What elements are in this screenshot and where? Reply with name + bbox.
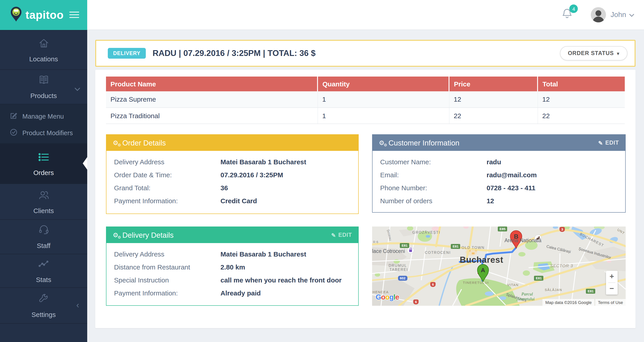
sidebar-item-locations[interactable]: Locations bbox=[0, 30, 87, 69]
zoom-out-button[interactable]: − bbox=[606, 283, 618, 294]
delivery-map[interactable]: B A GROZĂVEȘTIlace CotroceniCOTROCENIOLD… bbox=[372, 226, 626, 306]
detail-row: Distance from Restaurant2.80 km bbox=[106, 260, 358, 273]
table-row: Pizza Traditional 1 22 22 bbox=[106, 107, 625, 124]
detail-row: Customer Name:radu bbox=[372, 155, 625, 168]
gears-icon: ⚙⚙ bbox=[379, 140, 384, 146]
panel-title: Order Details bbox=[122, 139, 166, 147]
map-label: COTROCENI bbox=[425, 251, 451, 255]
map-label: SECTOR 3 bbox=[550, 263, 573, 268]
logo[interactable]: tapitoo bbox=[0, 0, 87, 30]
customer-information-header: ⚙⚙ Customer Information ✎ EDIT bbox=[372, 135, 625, 151]
order-details-panel: ⚙⚙ Order Details Delivery AddressMatei B… bbox=[106, 134, 359, 214]
app-root: tapitoo Locations Products bbox=[0, 0, 644, 342]
sidebar-item-settings[interactable]: Settings ‹ bbox=[0, 287, 87, 323]
detail-row: Delivery AddressMatei Basarab 1 Buchares… bbox=[106, 247, 358, 260]
hamburger-menu-icon[interactable] bbox=[69, 12, 79, 20]
map-label: UNT bbox=[616, 228, 626, 235]
map-label: TINERETULUI bbox=[463, 281, 489, 285]
sidebar-item-label: Staff bbox=[37, 242, 50, 249]
menu-book-icon bbox=[38, 74, 50, 88]
route-shield: 3 bbox=[560, 227, 565, 232]
customer-information-panel: ⚙⚙ Customer Information ✎ EDIT Customer … bbox=[372, 134, 626, 213]
detail-row: Email:radu@mail.com bbox=[372, 168, 625, 181]
sidebar-item-orders[interactable]: Orders bbox=[0, 143, 87, 184]
sidebar-item-label: Products bbox=[30, 92, 57, 99]
google-logo-letter: o bbox=[385, 293, 389, 301]
map-data-credit: Map data ©2016 Google bbox=[543, 299, 594, 306]
map-label: DRUMUL bbox=[389, 264, 407, 268]
active-item-notch bbox=[83, 157, 87, 170]
logo-text: tapitoo bbox=[26, 9, 64, 22]
map-label: Parcul bbox=[522, 292, 533, 296]
map-label: SĂLĂJAN bbox=[545, 288, 562, 292]
gears-icon: ⚙⚙ bbox=[113, 232, 118, 238]
route-shield: E81 bbox=[534, 276, 544, 281]
detail-row: Special Instructioncall me when you reac… bbox=[106, 273, 358, 286]
home-icon bbox=[38, 37, 50, 51]
sidebar-item-label: Product Modifiers bbox=[22, 129, 73, 136]
order-summary-bar: DELIVERY RADU | 07.29.2016 / 3:25PM | TO… bbox=[95, 40, 636, 67]
order-status-button[interactable]: ORDER STATUS ▾ bbox=[560, 46, 628, 61]
order-detail-card: Product Name Quantity Price Total Pizza … bbox=[95, 70, 636, 328]
pencil-icon: ✎ bbox=[598, 139, 603, 146]
gears-icon: ⚙⚙ bbox=[113, 140, 118, 146]
route-shield: E81 bbox=[586, 289, 596, 294]
sidebar-item-products[interactable]: Products bbox=[0, 69, 87, 104]
route-shield: 602 bbox=[398, 276, 407, 281]
chevron-down-icon[interactable] bbox=[75, 85, 80, 93]
map-label: R 6 bbox=[373, 240, 378, 244]
map-label: Șoseau bbox=[386, 229, 392, 241]
sidebar-item-label: Manage Menu bbox=[22, 113, 64, 120]
table-header-row: Product Name Quantity Price Total bbox=[106, 77, 625, 91]
top-header: 4 John bbox=[87, 0, 644, 30]
map-label: Arena Națională bbox=[504, 238, 541, 243]
sidebar-item-label: Settings bbox=[32, 310, 56, 318]
map-labels-layer: GROZĂVEȘTIlace CotroceniCOTROCENIOLD TOW… bbox=[372, 226, 626, 306]
caret-down-icon: ▾ bbox=[617, 51, 620, 56]
map-zoom-control: + − bbox=[606, 271, 618, 294]
user-name[interactable]: John bbox=[611, 11, 626, 19]
logo-pin-icon bbox=[10, 7, 22, 24]
sidebar-item-label: Stats bbox=[36, 276, 51, 283]
map-label: lace Cotroceni bbox=[372, 248, 405, 254]
map-label: GROZĂVEȘTI bbox=[412, 230, 440, 235]
detail-row: Payment Information:Already paid bbox=[106, 286, 358, 299]
col-product-name: Product Name bbox=[106, 77, 318, 91]
notifications-button[interactable]: 4 bbox=[562, 8, 573, 22]
sidebar-divider bbox=[0, 323, 87, 324]
terms-of-use-link[interactable]: Terms of Use bbox=[595, 299, 626, 306]
collapse-chevron-icon[interactable]: ‹ bbox=[76, 300, 79, 310]
sidebar-item-stats[interactable]: Stats bbox=[0, 254, 87, 287]
sidebar-item-staff[interactable]: Staff bbox=[0, 219, 87, 254]
col-quantity: Quantity bbox=[318, 77, 449, 91]
edit-customer-button[interactable]: ✎ EDIT bbox=[598, 139, 619, 146]
zoom-in-button[interactable]: + bbox=[606, 271, 618, 282]
detail-row: Phone Number:0728 - 423 - 411 bbox=[372, 181, 625, 194]
sidebar-item-label: Clients bbox=[33, 207, 54, 214]
products-submenu: Manage Menu Product Modifiers bbox=[0, 104, 87, 143]
user-menu-chevron-icon[interactable] bbox=[629, 11, 634, 19]
sidebar-item-product-modifiers[interactable]: Product Modifiers bbox=[0, 124, 87, 141]
sidebar-item-manage-menu[interactable]: Manage Menu bbox=[0, 108, 87, 124]
map-label: BUCHAREST bbox=[579, 232, 605, 248]
delivery-type-badge: DELIVERY bbox=[108, 48, 146, 59]
detail-row: Number of orders12 bbox=[372, 194, 625, 207]
check-circle-icon bbox=[10, 128, 18, 137]
pencil-icon: ✎ bbox=[331, 232, 336, 238]
sidebar-item-clients[interactable]: Clients bbox=[0, 184, 87, 219]
map-label: Calea Călărași bbox=[546, 244, 571, 254]
map-label: OLD TOWN bbox=[462, 246, 484, 250]
map-attribution: Map data ©2016 Google Terms of Use bbox=[543, 299, 626, 306]
delivery-details-panel: ⚙⚙ Delivery Details ✎ EDIT Delivery Addr… bbox=[106, 226, 359, 306]
detail-row: Order Date & Time:07.29.2016 / 3:25PM bbox=[106, 168, 358, 181]
list-icon bbox=[38, 151, 50, 165]
map-label: Șoseaua Industriilor bbox=[578, 246, 612, 260]
line-chart-icon bbox=[38, 258, 50, 272]
people-icon bbox=[38, 189, 50, 203]
panel-title: Delivery Details bbox=[122, 231, 174, 239]
avatar[interactable] bbox=[591, 7, 606, 22]
route-shield: E85 bbox=[498, 226, 507, 231]
edit-delivery-button[interactable]: ✎ EDIT bbox=[331, 232, 352, 238]
products-table: Product Name Quantity Price Total Pizza … bbox=[106, 77, 625, 124]
google-logo-letter: e bbox=[395, 293, 399, 301]
